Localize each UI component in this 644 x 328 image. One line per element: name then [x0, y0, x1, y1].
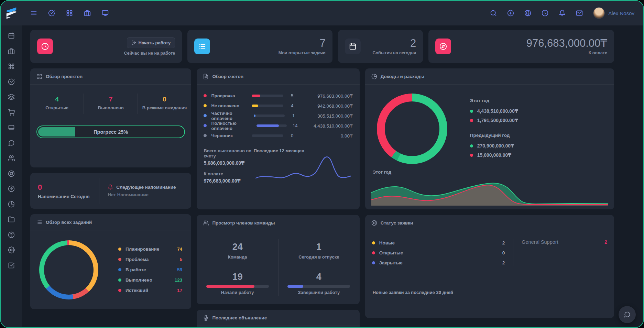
team-members-stat: 24 Команда — [197, 234, 278, 267]
user-menu[interactable]: Alex Nosov — [593, 7, 634, 19]
briefcase-icon[interactable] — [84, 10, 91, 17]
card-title: Обзор всех заданий — [46, 220, 92, 225]
team-members-card: Просмотр членов команды 24 Команда 1 Сег… — [197, 215, 359, 304]
clock-out-progress-bar — [287, 285, 350, 288]
menu-icon[interactable] — [30, 10, 37, 17]
users-icon — [203, 220, 209, 226]
card-title: Просмотр членов команды — [212, 220, 275, 226]
support-category-value: 2 — [604, 239, 607, 245]
sidebar-chat-icon[interactable] — [8, 140, 15, 146]
next-reminder-label: Следующее напоминание — [116, 185, 176, 190]
legend-item: 4,438,510,000.00₸ — [470, 107, 518, 116]
user-avatar — [593, 7, 605, 19]
dashboard-grid: Обзор проектов 4 Открытые 7 Выполнено 0 — [30, 68, 614, 327]
bell-icon[interactable] — [559, 10, 566, 17]
mic-icon — [203, 315, 209, 321]
list-icon — [36, 219, 42, 225]
reminder-count-label: Напоминание Сегодня — [38, 194, 99, 199]
invoices-overview-card: Обзор счетов Просрочка 5 976,683,000.00₸… — [197, 68, 359, 209]
invoice-row: Черновик 0 0.00₸ — [204, 131, 352, 141]
search-icon[interactable] — [490, 10, 497, 17]
main-content: Начать работу Сейчас вы не на работе 7 М… — [22, 25, 643, 327]
sidebar-command-icon[interactable] — [8, 63, 15, 70]
income-donut-chart — [377, 94, 447, 164]
legend-item: В работе59 — [118, 265, 182, 275]
ticket-status-card: Статус заявки Новые2 Открытые0 Закрытые2… — [365, 215, 614, 318]
sidebar-lifebuoy-icon[interactable] — [8, 170, 15, 177]
card-title: Статус заявки — [381, 220, 413, 226]
sidebar-help-icon[interactable] — [8, 231, 15, 238]
invoice-row: Не оплачено 4 942,068,000.00₸ — [204, 101, 352, 111]
left-sidebar — [1, 25, 22, 327]
navbar-left-icons — [30, 10, 109, 17]
app-logo[interactable] — [1, 7, 22, 20]
attendance-status: Сейчас вы не на работе — [124, 51, 175, 56]
sidebar-settings-icon[interactable] — [8, 247, 15, 253]
team-clocked-out-stat: 4 Завершили работу — [278, 267, 360, 300]
my-tasks-value: 7 — [279, 37, 326, 49]
tasks-legend: Планирование74 Проблема5 В работе59 Выпо… — [118, 244, 182, 296]
projects-progress-bar: Прогресс 25% — [36, 125, 185, 138]
sidebar-folder-icon[interactable] — [8, 216, 15, 223]
app-window: Alex Nosov Начат — [0, 0, 644, 328]
progress-label: Прогресс 25% — [37, 126, 184, 138]
monitor-icon[interactable] — [102, 10, 109, 17]
start-work-button[interactable]: Начать работу — [127, 37, 175, 48]
sidebar-pie-chart-icon[interactable] — [8, 201, 15, 208]
invoice-row: Полностью оплачено 14 4,438,510,000.00₸ — [204, 121, 352, 131]
projects-overview-card: Обзор проектов 4 Открытые 7 Выполнено 0 — [30, 68, 191, 167]
logout-icon — [131, 40, 136, 45]
invoice-row: Просрочка 5 976,683,000.00₸ — [204, 91, 352, 101]
invoice-total-label: Всего выставлено по счету — [204, 148, 253, 158]
events-value: 2 — [372, 37, 416, 49]
legend-item: Планирование74 — [118, 244, 182, 254]
sidebar-layers-icon[interactable] — [8, 94, 15, 100]
clock-in-progress-bar — [206, 285, 269, 288]
sidebar-users-icon[interactable] — [8, 155, 15, 162]
life-buoy-icon — [371, 220, 377, 226]
sidebar-book-icon[interactable] — [8, 124, 15, 131]
events-label: События на сегодня — [372, 51, 416, 55]
card-title: Последнее объявление — [212, 315, 267, 320]
sidebar-arrow-right-circle-icon[interactable] — [8, 185, 15, 192]
clock-icon[interactable] — [542, 10, 548, 17]
legend-item: Истекший17 — [118, 285, 182, 296]
income-expense-card: Доходы и расходы Этот год 4,438,510,000.… — [365, 68, 614, 209]
sidebar-calendar-icon[interactable] — [8, 32, 15, 39]
mail-icon[interactable] — [576, 10, 583, 17]
check-circle-icon[interactable] — [48, 10, 55, 17]
ticket-row: Закрытые2 — [372, 258, 505, 268]
legend-item: 1,791,500,000.00₸ — [470, 116, 518, 125]
globe-icon[interactable] — [524, 10, 531, 17]
calendar-stat-icon — [345, 39, 361, 54]
file-text-icon — [203, 74, 209, 79]
chat-bubble-icon — [624, 311, 631, 318]
payable-label: К оплате — [526, 51, 607, 55]
prev-year-label: Предыдущий год — [470, 133, 518, 138]
sidebar-cart-icon[interactable] — [8, 109, 15, 116]
announcement-card: Последнее объявление — [197, 310, 359, 327]
chat-fab-button[interactable] — [619, 306, 636, 323]
income-area-chart — [371, 176, 608, 206]
grid-icon — [36, 74, 42, 79]
projects-done-stat: 7 Выполнено — [84, 94, 137, 114]
sidebar-check-circle-icon[interactable] — [8, 78, 15, 85]
payable-value: 976,683,000.00₸ — [526, 37, 607, 49]
ticket-row: Новые2 — [372, 238, 505, 248]
list-stat-icon — [194, 39, 210, 54]
grid-icon[interactable] — [66, 10, 73, 17]
reminders-card: 0 Напоминание Сегодня Следующее напомина… — [30, 173, 191, 209]
ticket-status-list: Новые2 Открытые0 Закрытые2 — [372, 238, 513, 268]
invoice-due-label: К оплате — [204, 171, 253, 176]
reminder-count: 0 — [38, 183, 99, 192]
bell-icon — [108, 184, 113, 190]
sidebar-briefcase-icon[interactable] — [8, 48, 15, 55]
stat-cards-row: Начать работу Сейчас вы не на работе 7 М… — [30, 30, 614, 63]
plus-circle-icon[interactable] — [507, 10, 514, 17]
tasks-overview-card: Обзор всех заданий Планирование74 Пробле… — [30, 214, 191, 309]
tasks-donut-chart — [39, 240, 98, 299]
legend-item: Выполнено123 — [118, 275, 182, 285]
sidebar-check-square-icon[interactable] — [8, 262, 15, 269]
pie-chart-icon — [371, 74, 377, 79]
team-clocked-in-stat: 19 Начали работу — [197, 267, 278, 300]
